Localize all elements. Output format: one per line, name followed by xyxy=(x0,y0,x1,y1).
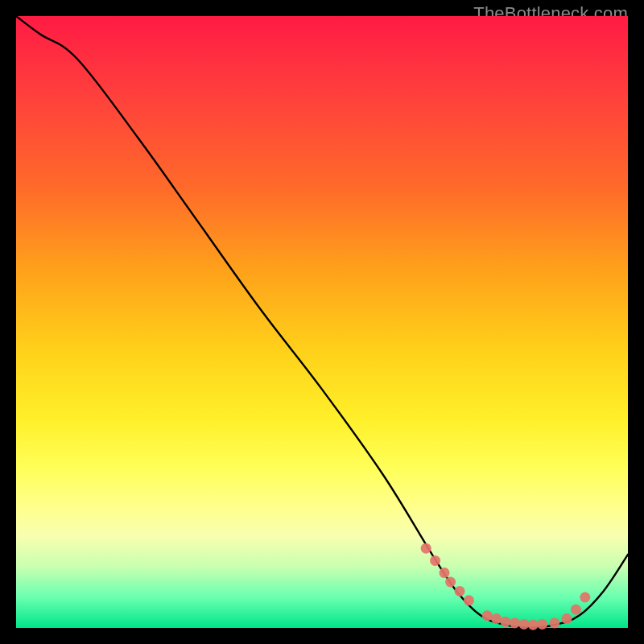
marker-dot xyxy=(501,617,511,627)
curve-line xyxy=(16,16,628,628)
marker-dot xyxy=(455,586,465,597)
marker-dot xyxy=(421,543,431,554)
marker-dot xyxy=(445,577,456,588)
marker-dot xyxy=(549,617,559,628)
chart-frame: TheBottleneck.com xyxy=(0,0,644,644)
plot-area xyxy=(16,16,628,628)
chart-svg xyxy=(16,16,628,628)
marker-dot xyxy=(562,613,572,624)
marker-dot xyxy=(482,610,493,621)
marker-dot xyxy=(491,613,502,624)
marker-dot xyxy=(571,605,581,615)
marker-dot xyxy=(580,592,590,603)
marker-dot xyxy=(440,568,450,578)
marker-dot xyxy=(528,620,539,630)
marker-dot xyxy=(518,619,529,630)
marker-dot xyxy=(510,617,520,628)
marker-dot xyxy=(537,619,547,630)
marker-dot xyxy=(430,555,440,566)
marker-dot xyxy=(464,595,474,605)
marker-group xyxy=(421,543,591,630)
